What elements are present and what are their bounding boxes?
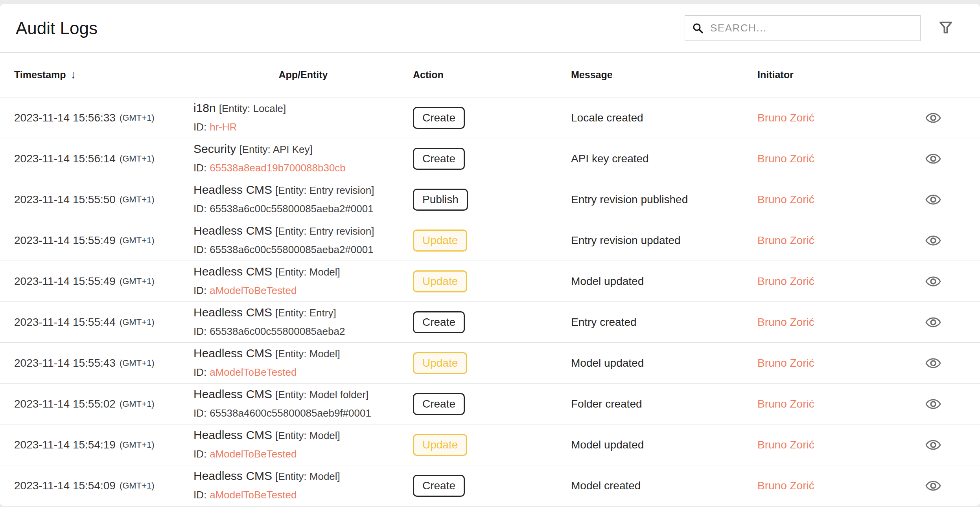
table-row: 2023-11-14 15:55:50(GMT+1) Headless CMS[… (0, 179, 980, 220)
cell-initiator: Bruno Zorić (757, 357, 901, 369)
action-badge: Update (413, 270, 467, 292)
id-label: ID: (193, 489, 206, 501)
cell-message: Locale created (571, 112, 757, 124)
column-label-timestamp: Timestamp (14, 69, 66, 81)
action-badge: Update (413, 230, 467, 252)
table-row: 2023-11-14 15:54:09(GMT+1) Headless CMS[… (0, 465, 980, 506)
entity-type: [Entity: Entry revision] (275, 184, 374, 196)
eye-icon[interactable] (925, 316, 941, 328)
message-text: Model updated (571, 439, 644, 451)
cell-initiator: Bruno Zorić (757, 193, 901, 206)
app-name: Headless CMS (193, 388, 272, 400)
cell-app-entity: Security[Entity: API Key] ID:65538a8ead1… (193, 142, 413, 176)
column-label-message: Message (571, 69, 613, 81)
filter-button[interactable] (939, 21, 952, 35)
timestamp-text: 2023-11-14 15:55:49 (14, 275, 116, 288)
cell-message: Model updated (571, 275, 757, 288)
cell-timestamp: 2023-11-14 15:55:44(GMT+1) (0, 316, 193, 329)
initiator-link[interactable]: Bruno Zorić (757, 152, 814, 165)
entity-id-link[interactable]: aModelToBeTested (210, 285, 297, 296)
entity-id-link[interactable]: hr-HR (210, 121, 237, 133)
eye-icon[interactable] (925, 357, 941, 369)
timestamp-text: 2023-11-14 15:55:44 (14, 316, 116, 329)
audit-logs-panel: Audit Logs Timestamp ↓ App/Entity Action… (0, 4, 980, 506)
entity-id-link[interactable]: aModelToBeTested (210, 366, 297, 378)
eye-icon[interactable] (925, 235, 941, 246)
initiator-link[interactable]: Bruno Zorić (757, 316, 814, 329)
eye-icon[interactable] (925, 194, 941, 206)
id-label: ID: (193, 325, 206, 337)
cell-initiator: Bruno Zorić (757, 479, 901, 492)
table-row: 2023-11-14 15:55:49(GMT+1) Headless CMS[… (0, 261, 980, 301)
eye-icon[interactable] (925, 480, 941, 492)
cell-view (901, 235, 980, 246)
message-text: Folder created (571, 398, 642, 410)
table-row: 2023-11-14 15:55:44(GMT+1) Headless CMS[… (0, 301, 980, 342)
entity-type: [Entity: API Key] (239, 143, 312, 155)
timestamp-text: 2023-11-14 15:54:09 (14, 479, 116, 492)
timestamp-text: 2023-11-14 15:56:33 (14, 112, 116, 124)
initiator-link[interactable]: Bruno Zorić (757, 112, 814, 124)
id-label: ID: (193, 162, 206, 174)
cell-app-entity: Headless CMS[Entity: Entry revision] ID:… (193, 224, 413, 257)
app-name: Headless CMS (193, 224, 272, 237)
search-input[interactable] (710, 22, 913, 34)
initiator-link[interactable]: Bruno Zorić (757, 439, 814, 451)
action-badge: Update (413, 352, 467, 374)
cell-message: Entry revision updated (571, 234, 757, 247)
cell-app-entity: Headless CMS[Entity: Model] ID:aModelToB… (193, 346, 413, 380)
id-label: ID: (193, 366, 206, 378)
cell-action: Update (413, 270, 571, 292)
initiator-link[interactable]: Bruno Zorić (757, 398, 814, 410)
cell-timestamp: 2023-11-14 15:55:49(GMT+1) (0, 234, 193, 247)
timezone-label: (GMT+1) (120, 235, 155, 246)
cell-action: Create (413, 148, 571, 170)
eye-icon[interactable] (925, 398, 941, 410)
initiator-link[interactable]: Bruno Zorić (757, 193, 814, 206)
initiator-link[interactable]: Bruno Zorić (757, 479, 814, 492)
search-box[interactable] (685, 15, 921, 41)
column-label-initiator: Initiator (757, 69, 794, 81)
cell-message: Model updated (571, 439, 757, 451)
entity-id: 65538a4600c55800085aeb9f#0001 (210, 407, 371, 419)
table-row: 2023-11-14 15:56:14(GMT+1) Security[Enti… (0, 138, 980, 179)
cell-app-entity: Headless CMS[Entity: Model] ID:aModelToB… (193, 428, 413, 462)
entity-id-link[interactable]: aModelToBeTested (210, 489, 297, 501)
page-header: Audit Logs (0, 4, 980, 53)
eye-icon[interactable] (925, 276, 941, 287)
entity-id-link[interactable]: aModelToBeTested (210, 448, 297, 460)
id-label: ID: (193, 244, 206, 255)
initiator-link[interactable]: Bruno Zorić (757, 234, 814, 247)
cell-action: Publish (413, 189, 571, 211)
initiator-link[interactable]: Bruno Zorić (757, 275, 814, 288)
timezone-label: (GMT+1) (120, 440, 155, 450)
timezone-label: (GMT+1) (120, 113, 155, 123)
cell-action: Update (413, 230, 571, 252)
cell-view (901, 439, 980, 451)
table-row: 2023-11-14 15:56:33(GMT+1) i18n[Entity: … (0, 97, 980, 138)
id-label: ID: (193, 448, 206, 460)
id-label: ID: (193, 121, 206, 133)
cell-message: Entry created (571, 316, 757, 329)
message-text: Entry revision updated (571, 234, 681, 247)
eye-icon[interactable] (925, 112, 941, 124)
cell-message: Entry revision published (571, 193, 757, 206)
entity-type: [Entity: Locale] (219, 103, 286, 114)
cell-action: Create (413, 393, 571, 415)
message-text: Model created (571, 479, 641, 492)
action-badge: Create (413, 311, 465, 333)
initiator-link[interactable]: Bruno Zorić (757, 357, 814, 369)
message-text: Entry created (571, 316, 637, 329)
eye-icon[interactable] (925, 153, 941, 165)
entity-id-link[interactable]: 65538a8ead19b700088b30cb (210, 162, 346, 174)
column-header-timestamp[interactable]: Timestamp ↓ (0, 69, 193, 81)
cell-initiator: Bruno Zorić (757, 152, 901, 165)
message-text: Model updated (571, 357, 644, 369)
cell-action: Create (413, 475, 571, 497)
sort-desc-icon: ↓ (71, 69, 76, 81)
timestamp-text: 2023-11-14 15:55:02 (14, 398, 116, 410)
entity-id: 65538a6c00c55800085aeba2 (210, 325, 345, 337)
table-header: Timestamp ↓ App/Entity Action Message In… (0, 53, 980, 97)
table-row: 2023-11-14 15:55:43(GMT+1) Headless CMS[… (0, 342, 980, 383)
eye-icon[interactable] (925, 439, 941, 451)
